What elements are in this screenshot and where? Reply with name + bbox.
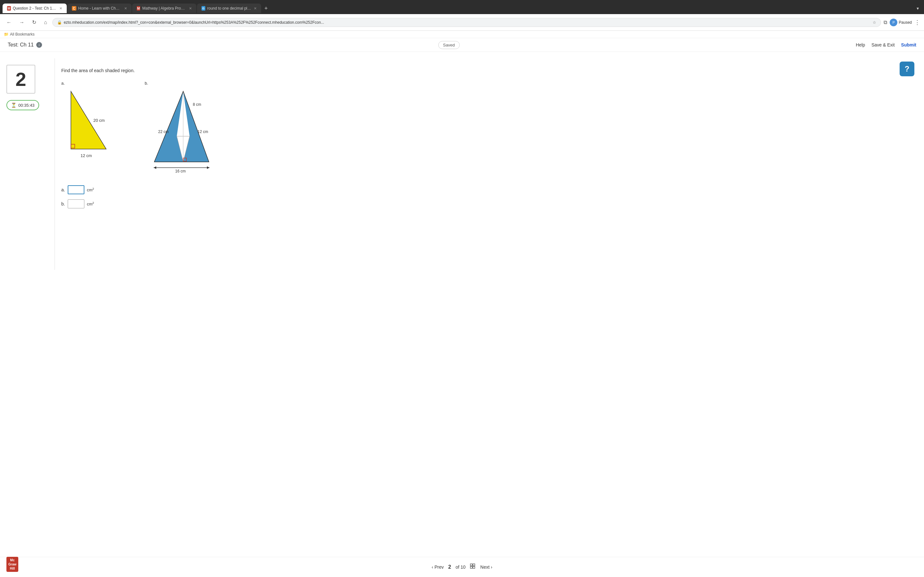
answer-row-b: b. cm2 — [61, 199, 918, 208]
tab-4-close[interactable]: ✕ — [254, 6, 257, 11]
answers-section: a. cm2 b. cm2 — [61, 185, 918, 208]
tab-4-favicon: G — [202, 6, 205, 11]
b-top-label: 8 cm — [193, 102, 201, 107]
tab-4-title: round to one decimal place e... — [207, 6, 251, 11]
tab-4[interactable]: G round to one decimal place e... ✕ — [197, 3, 261, 13]
help-question-button[interactable]: ? — [900, 61, 914, 76]
tab-dropdown-button[interactable]: ▾ — [914, 5, 921, 12]
paused-label: Paused — [899, 20, 912, 25]
tab-1-close[interactable]: ✕ — [59, 6, 62, 11]
tab-3[interactable]: M Mathway | Algebra Problem S... ✕ — [132, 3, 196, 13]
answer-a-input[interactable] — [68, 185, 84, 194]
answer-row-a: a. cm2 — [61, 185, 918, 194]
answer-b-input[interactable] — [68, 199, 84, 208]
bookmarks-icon: 📁 — [4, 32, 9, 37]
base-arrow-right — [207, 166, 210, 169]
b-left-label: 22 cm — [158, 129, 169, 134]
answer-a-label: a. — [61, 187, 65, 192]
tab-1-favicon: M — [7, 6, 11, 11]
menu-icon[interactable]: ⋮ — [914, 19, 920, 26]
b-base-label: 16 cm — [175, 169, 186, 173]
test-title: Test: Ch 11 — [8, 42, 34, 48]
home-button[interactable]: ⌂ — [41, 18, 50, 27]
diagrams-row: a. 20 cm 12 cm b. — [61, 81, 918, 176]
diagram-b-svg: 8 cm 22 cm 12 cm 16 cm — [145, 88, 222, 175]
help-button[interactable]: Help — [856, 42, 865, 47]
answer-b-unit: cm2 — [87, 201, 94, 206]
info-icon[interactable]: i — [36, 42, 42, 48]
tab-2-favicon: C — [72, 6, 76, 11]
question-number-box: 2 — [6, 65, 35, 93]
answer-b-label: b. — [61, 201, 65, 206]
main-content: 2 ⏳ 00:35:43 ? Find the area of each sha… — [0, 52, 924, 276]
bookmarks-bar: 📁 All Bookmarks — [0, 31, 924, 38]
answer-a-unit: cm2 — [87, 187, 94, 192]
user-avatar: P — [890, 19, 897, 26]
tab-1-title: Question 2 - Test: Ch 11 - Co... — [13, 6, 57, 11]
star-icon[interactable]: ☆ — [873, 20, 876, 25]
saved-badge-container: Saved — [438, 42, 460, 47]
new-tab-button[interactable]: + — [262, 4, 270, 13]
tab-2-close[interactable]: ✕ — [124, 6, 127, 11]
app-header-right: Help Save & Exit Submit — [856, 42, 916, 47]
diagram-b: b. — [145, 81, 222, 176]
diagram-a-label: a. — [61, 81, 126, 85]
paused-button[interactable]: P Paused — [890, 19, 912, 26]
save-exit-button[interactable]: Save & Exit — [871, 42, 895, 47]
saved-badge: Saved — [438, 41, 460, 49]
b-right-label: 12 cm — [198, 129, 208, 134]
back-button[interactable]: ← — [4, 18, 14, 27]
submit-button[interactable]: Submit — [901, 42, 916, 47]
timer-icon: ⏳ — [11, 103, 16, 108]
timer-display: 00:35:43 — [18, 103, 35, 108]
bookmarks-label[interactable]: All Bookmarks — [10, 32, 35, 37]
nav-actions: ⧉ P Paused ⋮ — [884, 19, 920, 26]
reload-button[interactable]: ↻ — [29, 18, 39, 27]
tab-2[interactable]: C Home - Learn with Chegg ✕ — [67, 3, 132, 13]
app-header-left: Test: Ch 11 i — [8, 42, 42, 48]
question-area: ? Find the area of each shaded region. a… — [55, 58, 924, 270]
address-text: ezto.mheducation.com/ext/map/index.html?… — [64, 20, 871, 25]
tab-3-title: Mathway | Algebra Problem S... — [142, 6, 186, 11]
diagram-a-base-label: 12 cm — [81, 153, 92, 158]
tab-2-title: Home - Learn with Chegg — [78, 6, 121, 11]
diagram-a-side-label: 20 cm — [94, 118, 105, 123]
question-prompt: Find the area of each shaded region. — [61, 68, 918, 73]
diagram-a-svg: 20 cm 12 cm — [61, 88, 126, 165]
extensions-icon[interactable]: ⧉ — [884, 19, 887, 25]
base-arrow-left — [153, 166, 156, 169]
nav-bar: ← → ↻ ⌂ 🔒 ezto.mheducation.com/ext/map/i… — [0, 14, 924, 31]
question-number: 2 — [15, 68, 26, 90]
question-mark-icon: ? — [905, 64, 909, 73]
diagram-a: a. 20 cm 12 cm — [61, 81, 126, 166]
tab-bar: M Question 2 - Test: Ch 11 - Co... ✕ C H… — [0, 0, 924, 14]
question-sidebar: 2 ⏳ 00:35:43 — [0, 58, 55, 270]
browser-chrome: M Question 2 - Test: Ch 11 - Co... ✕ C H… — [0, 0, 924, 38]
address-bar[interactable]: 🔒 ezto.mheducation.com/ext/map/index.htm… — [52, 18, 881, 27]
forward-button[interactable]: → — [17, 18, 27, 27]
timer: ⏳ 00:35:43 — [6, 100, 39, 110]
tab-1[interactable]: M Question 2 - Test: Ch 11 - Co... ✕ — [3, 3, 67, 13]
tab-3-close[interactable]: ✕ — [189, 6, 192, 11]
diagram-b-label: b. — [145, 81, 222, 85]
app-header: Test: Ch 11 i Saved Help Save & Exit Sub… — [0, 38, 924, 52]
tab-3-favicon: M — [137, 6, 140, 11]
lock-icon: 🔒 — [57, 20, 62, 25]
